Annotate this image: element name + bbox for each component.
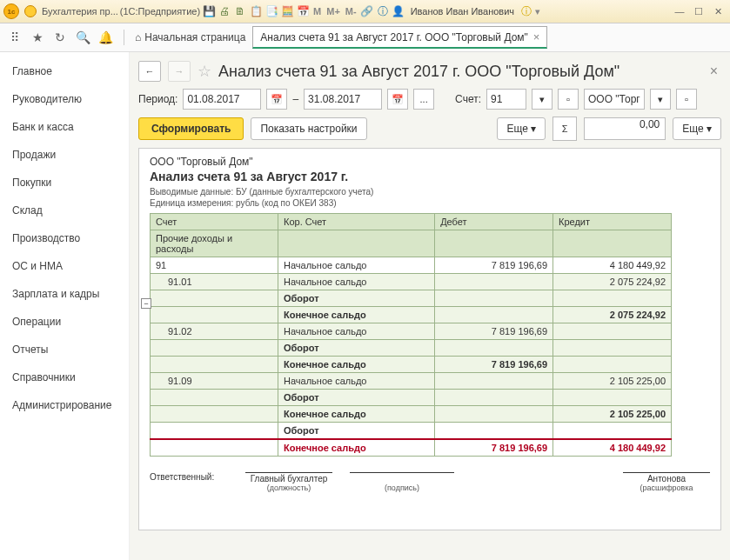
close-window-button[interactable]: ✕: [709, 4, 727, 18]
table-row: 91Начальное сальдо7 819 196,694 180 449,…: [151, 257, 672, 274]
table-row: 91.01Начальное сальдо2 075 224,92: [151, 274, 672, 290]
sidebar-item[interactable]: Главное: [0, 57, 129, 85]
search-icon[interactable]: 🔍: [75, 30, 90, 45]
link-icon[interactable]: 🔗: [360, 4, 374, 18]
sidebar-item[interactable]: Продажи: [0, 141, 129, 169]
star-icon[interactable]: ★: [30, 30, 45, 45]
table-row: Конечное сальдо2 105 225,00: [151, 406, 672, 423]
form-report-button[interactable]: Сформировать: [138, 117, 244, 140]
sidebar-item[interactable]: Отчеты: [0, 336, 129, 363]
close-page-button[interactable]: ×: [707, 63, 721, 79]
print-icon[interactable]: 🖨: [218, 4, 231, 18]
report-grid: Счет Кор. Счет Дебет Кредит Прочие доход…: [150, 213, 672, 457]
sidebar-item[interactable]: Руководителю: [0, 85, 129, 113]
col-corr: Кор. Счет: [278, 214, 434, 230]
info-icon[interactable]: ⓘ: [376, 4, 390, 18]
table-row: Конечное сальдо7 819 196,69: [151, 357, 672, 373]
date-from-picker-icon[interactable]: 📅: [266, 89, 287, 110]
table-row: Оборот: [151, 390, 672, 406]
sidebar-item[interactable]: Производство: [0, 224, 129, 252]
sidebar-item[interactable]: Операции: [0, 308, 129, 336]
sidebar-item[interactable]: Склад: [0, 197, 129, 224]
account-input[interactable]: 91: [486, 89, 526, 110]
org-dropdown-icon[interactable]: ▾: [650, 89, 671, 110]
dash: –: [292, 93, 298, 105]
save-icon[interactable]: 💾: [202, 4, 216, 18]
show-settings-button[interactable]: Показать настройки: [251, 117, 366, 140]
calendar-icon[interactable]: 📅: [296, 4, 310, 18]
forward-button[interactable]: →: [168, 61, 191, 82]
m-plus-icon[interactable]: M+: [325, 6, 342, 17]
home-page-link[interactable]: ⌂ Начальная страница: [135, 31, 245, 43]
date-from-input[interactable]: 01.08.2017: [183, 89, 261, 110]
user-icon[interactable]: 👤: [392, 4, 405, 18]
more-button-1[interactable]: Еще ▾: [497, 117, 546, 140]
col-credit: Кредит: [553, 214, 672, 230]
navigation-toolbar: ⠿ ★ ↻ 🔍 🔔 ⌂ Начальная страница Анализ сч…: [0, 23, 730, 52]
notify-icon[interactable]: 🔔: [97, 30, 113, 45]
app-logo-icon: 1c: [3, 3, 19, 19]
period-label: Период:: [138, 93, 177, 105]
tree-collapse-icon[interactable]: −: [141, 298, 151, 309]
signature-row: Ответственный: Главный бухгалтер (должно…: [150, 472, 710, 492]
sidebar-item[interactable]: Зарплата и кадры: [0, 280, 129, 308]
sig-sign-line: [350, 472, 454, 483]
home-label: Начальная страница: [144, 31, 245, 43]
report-meta1: Выводимые данные: БУ (данные бухгалтерск…: [150, 187, 710, 197]
table-row: Оборот: [151, 290, 672, 307]
titlebar: 1c Бухгалтерия пр... (1С:Предприятие) 💾 …: [0, 0, 730, 23]
date-to-picker-icon[interactable]: 📅: [387, 89, 408, 110]
m-minus-icon[interactable]: M-: [344, 6, 358, 17]
calc-icon[interactable]: 🧮: [280, 4, 294, 18]
col-debit: Дебет: [435, 214, 553, 230]
content-area: ← → ☆ Анализ счета 91 за Август 2017 г. …: [130, 52, 730, 560]
bullet-icon: [24, 5, 37, 17]
account-label: Счет:: [455, 93, 481, 105]
tab-label: Анализ счета 91 за Август 2017 г. ООО "Т…: [260, 31, 527, 43]
copy-icon[interactable]: 📋: [249, 4, 263, 18]
sidebar-item[interactable]: ОС и НМА: [0, 252, 129, 280]
table-row: 91.09Начальное сальдо2 105 225,00: [151, 373, 672, 390]
report-company: ООО "Торговый Дом": [150, 156, 710, 168]
m-icon[interactable]: M: [311, 6, 323, 17]
sidebar-item[interactable]: Банк и касса: [0, 113, 129, 141]
platform-label: (1С:Предприятие): [120, 6, 200, 17]
user-name: Иванов Иван Иванович: [411, 6, 514, 17]
maximize-button[interactable]: ☐: [690, 4, 707, 18]
sidebar-item[interactable]: Администрирование: [0, 391, 129, 419]
table-row: Конечное сальдо7 819 196,694 180 449,92: [151, 439, 672, 457]
compare-icon[interactable]: 📑: [265, 4, 278, 18]
tab-close-icon[interactable]: ×: [533, 30, 540, 43]
preview-icon[interactable]: 🗎: [233, 4, 247, 18]
apps-icon[interactable]: ⠿: [7, 30, 23, 45]
sidebar-item[interactable]: Справочники: [0, 363, 129, 391]
sig-chief: Главный бухгалтер: [245, 472, 332, 483]
minimize-button[interactable]: —: [671, 4, 688, 18]
report-title: Анализ счета 91 за Август 2017 г.: [150, 170, 710, 183]
sig-decode-label: (расшифровка: [623, 483, 710, 492]
sum-value-input[interactable]: 0,00: [584, 117, 666, 140]
history-icon[interactable]: ↻: [52, 30, 68, 45]
account-open-icon[interactable]: ▫: [558, 89, 579, 110]
sidebar: Главное Руководителю Банк и касса Продаж…: [0, 52, 130, 560]
sidebar-item[interactable]: Покупки: [0, 169, 129, 197]
table-row: Конечное сальдо2 075 224,92: [151, 307, 672, 323]
col-account: Счет: [151, 214, 278, 230]
org-open-icon[interactable]: ▫: [676, 89, 697, 110]
table-row: Оборот: [151, 340, 672, 357]
col-account-sub: Прочие доходы и расходы: [151, 230, 278, 257]
sig-sign-label: (подпись): [350, 483, 454, 492]
account-dropdown-icon[interactable]: ▾: [532, 89, 553, 110]
tab-current[interactable]: Анализ счета 91 за Август 2017 г. ООО "Т…: [252, 26, 547, 49]
period-select-button[interactable]: ...: [413, 89, 434, 110]
date-to-input[interactable]: 31.08.2017: [304, 89, 382, 110]
table-row: 91.02Начальное сальдо7 819 196,69: [151, 323, 672, 340]
org-input[interactable]: ООО "Торг: [584, 89, 645, 110]
more-button-2[interactable]: Еще ▾: [673, 117, 721, 140]
help-icon[interactable]: ⓘ: [519, 4, 533, 18]
report-area: ООО "Торговый Дом" Анализ счета 91 за Ав…: [138, 148, 721, 530]
back-button[interactable]: ←: [138, 61, 161, 82]
sig-position-label: (должность): [245, 483, 332, 492]
favorite-icon[interactable]: ☆: [198, 62, 211, 81]
sum-icon[interactable]: Σ: [553, 117, 577, 141]
